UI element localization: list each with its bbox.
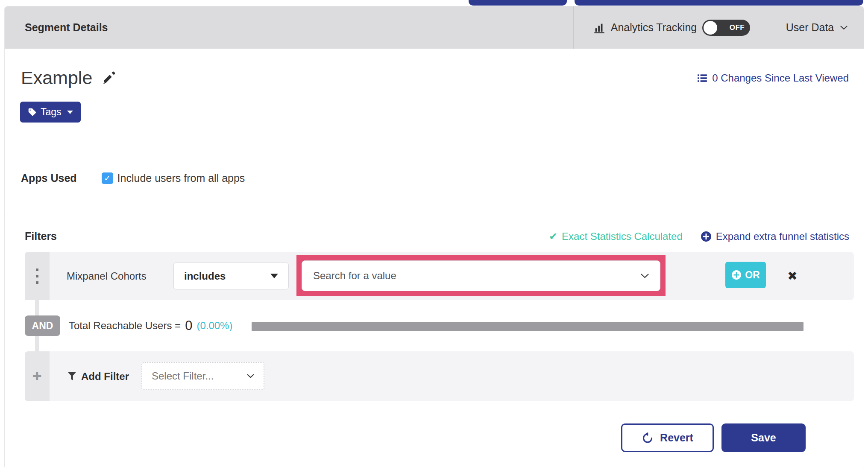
edit-pencil-icon[interactable] bbox=[102, 71, 115, 85]
apps-used-section: Apps Used ✓ Include users from all apps bbox=[5, 142, 864, 214]
chevron-down-icon bbox=[641, 274, 649, 278]
value-select-highlight: Search for a value bbox=[296, 255, 666, 296]
chevron-down-icon bbox=[840, 26, 847, 30]
vertical-divider bbox=[239, 309, 239, 342]
user-data-label: User Data bbox=[786, 21, 834, 34]
include-all-apps-label: Include users from all apps bbox=[117, 172, 245, 184]
include-all-apps-checkbox[interactable]: ✓ bbox=[102, 172, 113, 184]
caret-down-icon bbox=[67, 111, 73, 114]
tags-button[interactable]: Tags bbox=[20, 102, 81, 123]
plus-icon: ✚ bbox=[32, 370, 42, 383]
tag-icon bbox=[28, 108, 37, 117]
changes-since-last-viewed-link[interactable]: 0 Changes Since Last Viewed bbox=[697, 72, 849, 84]
segment-details-panel: Segment Details Analytics Tracking OFF U… bbox=[4, 6, 864, 470]
total-reachable-percent: (0.00%) bbox=[196, 320, 232, 332]
drag-dot bbox=[36, 269, 38, 271]
triangle-down-icon bbox=[270, 274, 278, 278]
drag-dot bbox=[36, 281, 38, 284]
add-filter-label: Add Filter bbox=[81, 371, 129, 382]
check-icon: ✔ bbox=[549, 231, 557, 242]
apps-used-label: Apps Used bbox=[21, 172, 77, 184]
tags-label: Tags bbox=[41, 106, 62, 118]
select-filter-placeholder: Select Filter... bbox=[152, 370, 214, 382]
and-badge: AND bbox=[25, 315, 60, 336]
user-data-dropdown[interactable]: User Data bbox=[770, 6, 864, 49]
analytics-toggle[interactable]: OFF bbox=[702, 20, 750, 36]
or-label: OR bbox=[745, 269, 760, 281]
circle-plus-icon bbox=[731, 270, 742, 280]
save-label: Save bbox=[751, 432, 776, 444]
value-placeholder: Search for a value bbox=[313, 270, 396, 282]
top-cutoff-button-1[interactable] bbox=[469, 0, 567, 6]
total-reachable-label: Total Reachable Users = bbox=[69, 320, 181, 332]
filters-section: Filters ✔ Exact Statistics Calculated Ex… bbox=[5, 214, 864, 413]
toggle-knob bbox=[704, 21, 717, 35]
reachable-users-progressbar bbox=[252, 322, 803, 331]
toggle-state-label: OFF bbox=[730, 20, 745, 36]
bar-chart-icon bbox=[593, 22, 605, 34]
list-icon bbox=[697, 73, 708, 84]
circle-plus-icon bbox=[701, 231, 712, 242]
filter-row: Mixpanel Cohorts includes Search for a v… bbox=[25, 252, 854, 300]
undo-icon bbox=[642, 432, 653, 444]
filters-heading: Filters bbox=[25, 230, 57, 242]
funnel-icon bbox=[67, 371, 76, 381]
filter-field-label: Mixpanel Cohorts bbox=[67, 252, 147, 300]
analytics-tracking-label: Analytics Tracking bbox=[611, 21, 697, 34]
revert-button[interactable]: Revert bbox=[621, 423, 714, 452]
segment-name: Example bbox=[21, 67, 92, 88]
panel-header: Segment Details Analytics Tracking OFF U… bbox=[5, 6, 864, 49]
operator-value: includes bbox=[184, 270, 226, 282]
revert-label: Revert bbox=[660, 432, 693, 444]
save-button[interactable]: Save bbox=[721, 423, 806, 452]
add-filter-label-row: Add Filter bbox=[67, 351, 129, 401]
expand-funnel-statistics-link[interactable]: Expand extra funnel statistics bbox=[701, 231, 849, 242]
filters-status-row: ✔ Exact Statistics Calculated Expand ext… bbox=[549, 231, 849, 242]
chevron-down-icon bbox=[247, 374, 254, 378]
expand-funnel-statistics-label: Expand extra funnel statistics bbox=[716, 231, 849, 242]
page: Segment Details Analytics Tracking OFF U… bbox=[0, 0, 868, 473]
add-filter-plus-button[interactable]: ✚ bbox=[25, 351, 50, 401]
checkmark-icon: ✓ bbox=[104, 173, 111, 183]
drag-handle[interactable] bbox=[25, 252, 50, 300]
panel-title: Segment Details bbox=[25, 6, 108, 49]
remove-filter-button[interactable]: ✖ bbox=[777, 252, 807, 300]
operator-select[interactable]: includes bbox=[173, 263, 289, 289]
analytics-tracking-control: Analytics Tracking OFF bbox=[574, 6, 770, 49]
total-reachable-value: 0 bbox=[185, 318, 192, 333]
exact-statistics-status: ✔ Exact Statistics Calculated bbox=[549, 231, 683, 242]
add-filter-row: ✚ Add Filter Select Filter... bbox=[25, 351, 854, 401]
value-select[interactable]: Search for a value bbox=[302, 260, 660, 291]
top-cutoff-button-2[interactable] bbox=[575, 0, 863, 6]
close-icon: ✖ bbox=[787, 269, 797, 283]
changes-link-label: 0 Changes Since Last Viewed bbox=[712, 72, 849, 84]
select-filter-dropdown[interactable]: Select Filter... bbox=[141, 362, 264, 390]
or-button[interactable]: OR bbox=[725, 262, 766, 288]
segment-title-row: Example bbox=[21, 67, 115, 88]
total-reachable-users: Total Reachable Users = 0 (0.00%) bbox=[69, 315, 232, 336]
footer: Revert Save bbox=[5, 413, 864, 470]
drag-dot bbox=[36, 275, 38, 277]
segment-name-section: Example 0 Changes Since Last Viewed bbox=[5, 49, 864, 142]
exact-statistics-label: Exact Statistics Calculated bbox=[562, 231, 683, 242]
